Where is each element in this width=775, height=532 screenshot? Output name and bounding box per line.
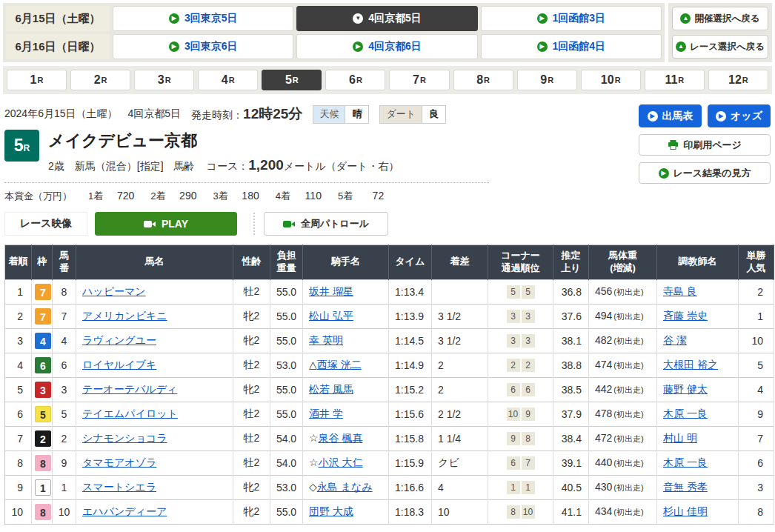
trainer-link[interactable]: 木原 一良 <box>663 456 708 468</box>
trainer-link[interactable]: 大根田 裕之 <box>663 359 718 370</box>
trainer-link[interactable]: 杉山 佳明 <box>663 505 708 517</box>
corner-position: 3 <box>507 334 520 348</box>
race-header-left: 2024年6月15日（土曜） 4回京都5日 発走時刻：12時25分 天候晴 ダー… <box>4 104 630 203</box>
carried-weight: 53.0 <box>270 353 303 377</box>
horse-link[interactable]: シナモンショコラ <box>82 432 167 444</box>
jockey-link[interactable]: 小沢 大仁 <box>319 456 363 468</box>
race-tab-9r[interactable]: 9R <box>517 70 577 90</box>
race-tab-12r[interactable]: 12R <box>708 70 768 90</box>
meeting-button-tokyo6[interactable]: ▶3回東京6日 <box>113 34 293 59</box>
meeting-button-kyoto5-selected[interactable]: ▼4回京都5日 <box>296 6 477 31</box>
horse-link[interactable]: スマートシエラ <box>82 481 156 493</box>
jockey-name: 松若 風馬 <box>303 377 389 402</box>
horse-link[interactable]: エハバンディーア <box>82 505 167 517</box>
frame-number: 7 <box>32 304 53 328</box>
frame-number: 2 <box>32 426 53 450</box>
jockey-link[interactable]: 幸 英明 <box>309 334 343 346</box>
trainer-link[interactable]: 谷 潔 <box>663 334 687 346</box>
horse-number: 5 <box>53 402 76 426</box>
result-guide-button[interactable]: ▶レース結果の見方 <box>639 162 771 184</box>
horse-name: ロイヤルイブキ <box>76 353 233 377</box>
column-header: 着差 <box>432 245 488 280</box>
jockey-link[interactable]: 坂井 瑠星 <box>309 285 353 297</box>
meeting-button-tokyo5[interactable]: ▶3回東京5日 <box>113 6 293 31</box>
column-header: 着順 <box>5 245 32 280</box>
divider <box>253 213 255 235</box>
meeting-button-hakodate4[interactable]: ▶1回函館4日 <box>481 34 662 59</box>
trainer-link[interactable]: 寺島 良 <box>663 285 697 297</box>
race-tab-6r[interactable]: 6R <box>325 70 385 90</box>
prize-item: 2着290 <box>150 190 196 203</box>
finish-position: 6 <box>5 402 32 426</box>
jockey-link[interactable]: 酒井 学 <box>309 408 343 419</box>
back-to-meeting-select-button[interactable]: ▲開催選択へ戻る <box>672 7 768 30</box>
trainer-link[interactable]: 村山 明 <box>663 432 697 444</box>
race-tab-4r[interactable]: 4R <box>198 70 258 90</box>
trainer-link[interactable]: 斉藤 崇史 <box>663 310 708 322</box>
jockey-link[interactable]: 西塚 洸二 <box>317 359 362 370</box>
play-button[interactable]: PLAY <box>95 212 237 236</box>
body-weight: 440(初出走) <box>589 450 657 475</box>
frame-badge: 7 <box>35 284 51 300</box>
win-popularity: 10 <box>739 328 774 353</box>
race-number-tabs: 1R2R3R4R5R6R7R8R9R10R11R12R <box>3 66 772 94</box>
carried-weight: 55.0 <box>270 499 303 524</box>
body-weight-note: (初出走) <box>613 361 643 370</box>
horse-link[interactable]: テーオーテバルディ <box>82 383 177 395</box>
race-tab-8r[interactable]: 8R <box>453 70 513 90</box>
jockey-name: 坂井 瑠星 <box>303 279 389 304</box>
carried-weight: 53.0 <box>270 475 303 499</box>
corner-position: 8 <box>507 505 520 519</box>
horse-link[interactable]: ハッピーマン <box>82 285 146 297</box>
race-tab-1r[interactable]: 1R <box>7 70 67 90</box>
horse-link[interactable]: タマモアオゾラ <box>82 456 156 468</box>
jockey-link[interactable]: 松若 風馬 <box>309 383 353 395</box>
trainer-link[interactable]: 藤野 健太 <box>663 383 708 395</box>
meeting-button-hakodate3[interactable]: ▶1回函館3日 <box>481 6 662 31</box>
trainer-name: 木原 一良 <box>657 450 739 475</box>
last-3f-time: 37.9 <box>553 402 589 426</box>
chevron-down-icon: ▼ <box>353 13 363 24</box>
last-3f-time: 38.5 <box>553 377 589 402</box>
trainer-link[interactable]: 木原 一良 <box>663 408 708 419</box>
jockey-link[interactable]: 永島 まなみ <box>317 481 373 493</box>
race-tab-7r[interactable]: 7R <box>389 70 449 90</box>
jockey-link[interactable]: 松山 弘平 <box>309 310 353 322</box>
race-video-label: レース映像 <box>4 212 87 236</box>
back-to-race-select-button[interactable]: ▲レース選択へ戻る <box>672 35 768 59</box>
jockey-link[interactable]: 泉谷 楓真 <box>319 432 363 444</box>
frame-badge: 6 <box>35 357 51 373</box>
jockey-link[interactable]: 団野 大成 <box>309 505 353 517</box>
race-tab-3r[interactable]: 3R <box>134 70 194 90</box>
printer-icon <box>668 140 679 150</box>
race-tab-11r[interactable]: 11R <box>645 70 705 90</box>
corner-position: 5 <box>522 285 535 299</box>
horse-link[interactable]: テイエムパイロット <box>82 408 178 419</box>
arrow-right-icon: ▶ <box>169 13 179 24</box>
odds-button[interactable]: ▶オッズ <box>708 104 771 127</box>
sex-age: 牝2 <box>233 475 270 499</box>
prize-item: 1着720 <box>88 190 134 203</box>
main-content: 2024年6月15日（土曜） 4回京都5日 発走時刻：12時25分 天候晴 ダー… <box>0 104 775 525</box>
frame-number: 7 <box>32 279 53 304</box>
sex-age: 牡2 <box>233 279 270 304</box>
meeting-button-kyoto6[interactable]: ▶4回京都6日 <box>296 34 477 59</box>
trainer-link[interactable]: 音無 秀孝 <box>663 481 708 493</box>
margin: 2 <box>432 353 488 377</box>
body-weight: 482(初出走) <box>589 328 657 353</box>
horse-link[interactable]: ラヴィングユー <box>82 334 156 346</box>
horse-name: ラヴィングユー <box>76 328 233 353</box>
table-row: 178ハッピーマン牡255.0坂井 瑠星1:13.45536.8456(初出走)… <box>5 279 774 304</box>
race-meeting: 4回京都5日 <box>128 107 182 121</box>
entries-button[interactable]: ▶出馬表 <box>639 104 702 127</box>
frame-badge: 2 <box>35 430 51 447</box>
race-tab-5r[interactable]: 5R <box>262 70 322 90</box>
horse-link[interactable]: ロイヤルイブキ <box>82 359 156 370</box>
patrol-video-button[interactable]: 全周パトロール <box>264 212 388 236</box>
horse-number: 9 <box>53 450 76 475</box>
print-page-button[interactable]: 印刷用ページ <box>639 134 771 156</box>
race-tab-10r[interactable]: 10R <box>581 70 641 90</box>
entries-odds-row: ▶出馬表 ▶オッズ <box>639 104 771 127</box>
race-tab-2r[interactable]: 2R <box>70 70 130 90</box>
horse-link[interactable]: アメリカンビキニ <box>82 310 167 322</box>
